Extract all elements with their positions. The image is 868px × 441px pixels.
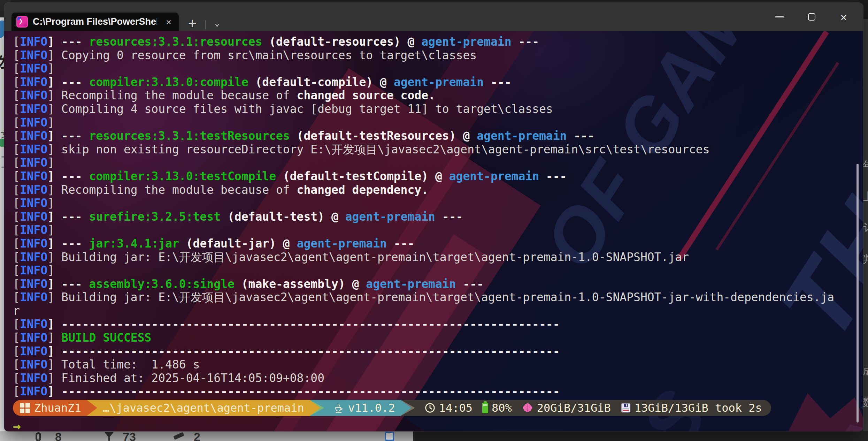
battery-icon: [482, 403, 488, 413]
right-sliver-glyph: 成: [863, 364, 868, 378]
powershell-icon: [16, 16, 28, 28]
mic-icon: [36, 432, 41, 441]
minimize-button[interactable]: [763, 3, 796, 31]
bottom-count: 8: [55, 431, 62, 441]
terminal-line: [INFO] --- compiler:3.13.0:testCompile (…: [13, 170, 855, 183]
terminal-line: [INFO] Building jar: E:\开发项目\javasec2\ag…: [13, 251, 855, 264]
right-sliver-glyph: 年: [863, 158, 868, 173]
battery-value: 80%: [492, 401, 512, 415]
terminal-line: [INFO]: [13, 116, 855, 130]
windows-logo-icon: [20, 403, 30, 413]
powerline-separator: [310, 400, 328, 416]
powerline-separator: [401, 400, 419, 416]
current-path: …\javasec2\agent\agent-premain: [103, 401, 304, 415]
status-bar: ZhuanZ1 …\javasec2\agent\agent-premain: [13, 400, 771, 416]
maximize-button[interactable]: [796, 3, 828, 31]
prompt-arrow: →: [13, 418, 21, 431]
right-sliver-glyph: 判: [863, 252, 868, 267]
right-sliver-glyph: 上: [863, 190, 868, 204]
terminal-line: [INFO] Compiling 4 source files with jav…: [13, 102, 855, 116]
terminal-line: [INFO] Recompiling the module because of…: [13, 183, 855, 197]
terminal-line: [INFO] skip non existing resourceDirecto…: [13, 143, 855, 157]
powerline-separator: [87, 400, 97, 416]
java-version: v11.0.2: [348, 401, 395, 415]
terminal-line: [INFO]: [13, 223, 855, 237]
background-window-right-sliver: 年 上 讠 判 成 数: [863, 19, 868, 441]
background-window-bottom-strip: 8 73 2: [0, 431, 868, 441]
terminal-line: [INFO] --- resources:3.3.1:testResources…: [13, 129, 855, 143]
tab-close-icon[interactable]: ✕: [162, 17, 175, 27]
funnel-icon: [105, 432, 114, 441]
terminal-line: [INFO] Recompiling the module because of…: [13, 89, 855, 102]
pencil-icon: [173, 432, 184, 440]
tab-dropdown-button[interactable]: ⌄: [208, 15, 226, 31]
terminal-output: [INFO] --- resources:3.3.1:resources (de…: [13, 35, 855, 398]
tab-bar: C:\Program Files\PowerShell\7 ✕ + ⌄ ✕: [4, 3, 863, 31]
status-segment-java: v11.0.2: [328, 400, 401, 416]
username: ZhuanZ1: [34, 401, 81, 415]
blue-badge-icon: [385, 432, 394, 441]
terminal-line: [INFO] ---------------------------------…: [13, 345, 855, 358]
battery-item: 80%: [482, 401, 512, 415]
status-segment-user: ZhuanZ1: [13, 400, 87, 416]
status-segment-system: 14:05 80% 20GiB/31GiB: [419, 400, 771, 416]
terminal-line: [INFO]: [13, 156, 855, 170]
terminal-line: [INFO] --- compiler:3.13.0:compile (defa…: [13, 76, 855, 89]
time-item: 14:05: [424, 401, 473, 415]
terminal-line: [INFO]: [13, 197, 855, 210]
terminal-line: r: [13, 304, 855, 318]
terminal-line: [INFO] ---------------------------------…: [13, 385, 855, 398]
terminal-line: [INFO] --- assembly:3.6.0:single (make-a…: [13, 277, 855, 291]
terminal-line: [INFO] --- resources:3.3.1:resources (de…: [13, 35, 855, 49]
terminal-line: [INFO]: [13, 264, 855, 277]
minimize-icon: [775, 16, 784, 17]
terminal-line: [INFO] Total time: 1.486 s: [13, 358, 855, 372]
disk-value: 13GiB/13GiB took 2s: [635, 401, 762, 415]
floppy-icon: [621, 402, 631, 413]
bottom-count: 2: [194, 431, 200, 441]
java-cup-icon: [333, 402, 344, 413]
terminal-viewport[interactable]: OF GAMER TH ERS IN [INFO] --- resources:…: [4, 31, 863, 431]
bottom-count: 73: [123, 431, 136, 441]
status-segment-path: …\javasec2\agent\agent-premain: [97, 400, 310, 416]
terminal-line: [INFO] Building jar: E:\开发项目\javasec2\ag…: [13, 291, 855, 304]
close-button[interactable]: ✕: [828, 3, 860, 31]
disk-item: 13GiB/13GiB took 2s: [621, 401, 762, 415]
terminal-line: [INFO] BUILD SUCCESS: [13, 331, 855, 345]
terminal-line: [INFO] --- jar:3.4.1:jar (default-jar) @…: [13, 237, 855, 251]
time-value: 14:05: [439, 401, 473, 415]
brain-icon: [522, 402, 533, 413]
terminal-line: [INFO] Finished at: 2025-04-16T14:05:09+…: [13, 372, 855, 385]
terminal-line: [INFO] Copying 0 resource from src\main\…: [13, 49, 855, 62]
maximize-icon: [808, 13, 815, 21]
memory-value: 20GiB/31GiB: [537, 401, 611, 415]
clock-icon: [424, 402, 436, 413]
terminal-line: [INFO]: [13, 62, 855, 76]
terminal-line: [INFO] ---------------------------------…: [13, 318, 855, 331]
right-sliver-glyph: 讠: [863, 221, 868, 235]
tab-powershell[interactable]: C:\Program Files\PowerShell\7 ✕: [11, 13, 179, 31]
new-tab-button[interactable]: +: [183, 15, 202, 31]
terminal-line: [INFO] --- surefire:3.2.5:test (default-…: [13, 210, 855, 224]
terminal-window: C:\Program Files\PowerShell\7 ✕ + ⌄ ✕: [4, 3, 863, 431]
tab-title: C:\Program Files\PowerShell\7: [33, 13, 157, 31]
memory-item: 20GiB/31GiB: [522, 401, 611, 415]
tab-bar-divider: [205, 20, 206, 29]
window-controls: ✕: [763, 3, 860, 31]
desktop-screen: 发 文 年 上 讠 判 成 数 8 73 2 C:\Program Files\…: [0, 0, 868, 441]
scrollbar-thumb[interactable]: [857, 164, 859, 423]
right-sliver-glyph: 数: [863, 395, 868, 410]
